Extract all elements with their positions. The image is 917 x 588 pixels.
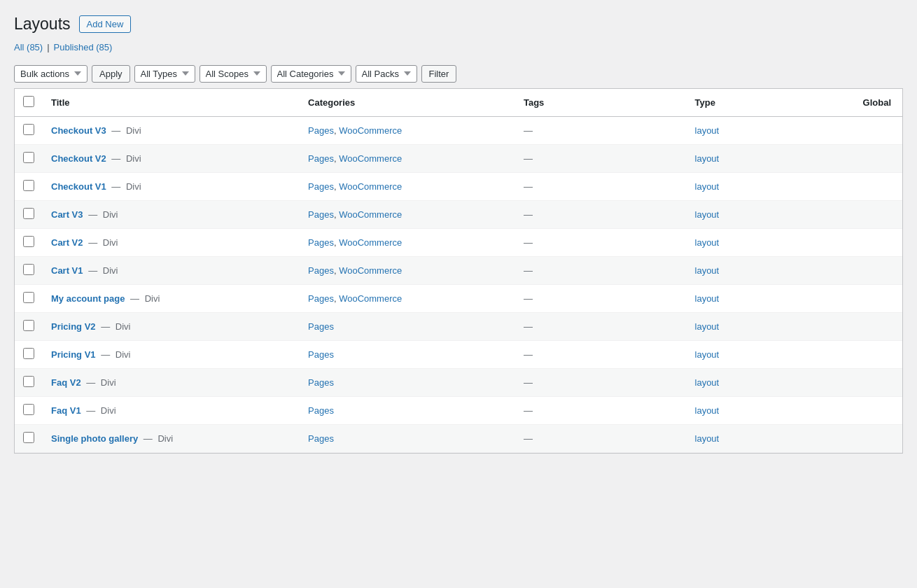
row-title-link[interactable]: My account page [51, 293, 125, 304]
all-categories-select[interactable]: All Categories [271, 65, 351, 83]
category-link[interactable]: WooCommerce [339, 209, 402, 220]
bulk-actions-select[interactable]: Bulk actions Delete Edit [14, 65, 88, 83]
tags-empty: — [524, 377, 533, 388]
row-checkbox-cell [15, 424, 43, 452]
type-link[interactable]: layout [695, 209, 720, 220]
row-checkbox[interactable] [23, 320, 34, 331]
all-types-select[interactable]: All Types [134, 65, 195, 83]
row-title-link[interactable]: Single photo gallery [51, 433, 138, 444]
all-packs-select[interactable]: All Packs [356, 65, 417, 83]
row-type-cell: layout [687, 396, 790, 424]
row-checkbox[interactable] [23, 404, 34, 415]
type-link[interactable]: layout [695, 405, 720, 416]
category-link[interactable]: WooCommerce [339, 125, 402, 136]
all-scopes-select[interactable]: All Scopes [200, 65, 267, 83]
table-row: Pricing V2 — DiviPages—layout [15, 312, 902, 340]
row-tags-cell: — [515, 396, 687, 424]
row-title-cell: My account page — Divi [43, 284, 300, 312]
category-link[interactable]: Pages [308, 433, 334, 444]
row-title-link[interactable]: Faq V2 [51, 377, 81, 388]
category-link[interactable]: Pages [308, 153, 334, 164]
tags-empty: — [524, 293, 533, 304]
category-link[interactable]: Pages [308, 181, 334, 192]
row-categories-cell: Pages [300, 368, 515, 396]
row-tags-cell: — [515, 424, 687, 452]
row-title-link[interactable]: Checkout V2 [51, 153, 106, 164]
row-checkbox[interactable] [23, 376, 34, 387]
category-link[interactable]: Pages [308, 321, 334, 332]
filter-published[interactable]: Published (85) [54, 42, 113, 52]
table-row: Cart V1 — DiviPages, WooCommerce—layout [15, 256, 902, 284]
table-row: Faq V1 — DiviPages—layout [15, 396, 902, 424]
filter-all[interactable]: All (85) [14, 42, 43, 52]
type-link[interactable]: layout [695, 153, 720, 164]
category-link[interactable]: Pages [308, 237, 334, 248]
category-link[interactable]: Pages [308, 125, 334, 136]
add-new-button[interactable]: Add New [79, 15, 132, 33]
type-link[interactable]: layout [695, 265, 720, 276]
row-title-link[interactable]: Checkout V3 [51, 125, 106, 136]
type-link[interactable]: layout [695, 349, 720, 360]
row-type-cell: layout [687, 116, 790, 144]
category-link[interactable]: Pages [308, 349, 334, 360]
row-checkbox[interactable] [23, 292, 34, 303]
category-link[interactable]: WooCommerce [339, 265, 402, 276]
table-row: Checkout V1 — DiviPages, WooCommerce—lay… [15, 172, 902, 200]
type-link[interactable]: layout [695, 433, 720, 444]
filter-separator: | [47, 42, 49, 52]
row-global-cell [790, 228, 902, 256]
category-link[interactable]: WooCommerce [339, 293, 402, 304]
category-link[interactable]: Pages [308, 293, 334, 304]
category-link[interactable]: Pages [308, 209, 334, 220]
col-type-header: Type [687, 89, 790, 117]
row-type-cell: layout [687, 172, 790, 200]
row-checkbox[interactable] [23, 208, 34, 219]
category-link[interactable]: Pages [308, 377, 334, 388]
category-link[interactable]: Pages [308, 405, 334, 416]
row-checkbox-cell [15, 256, 43, 284]
row-checkbox[interactable] [23, 348, 34, 359]
category-link[interactable]: Pages [308, 265, 334, 276]
filter-links: All (85) | Published (85) [14, 42, 903, 52]
row-checkbox-cell [15, 200, 43, 228]
row-checkbox[interactable] [23, 180, 34, 191]
row-title-link[interactable]: Faq V1 [51, 405, 81, 416]
row-title-cell: Checkout V3 — Divi [43, 116, 300, 144]
filter-button[interactable]: Filter [421, 65, 457, 83]
category-link[interactable]: WooCommerce [339, 181, 402, 192]
category-link[interactable]: WooCommerce [339, 153, 402, 164]
row-title-link[interactable]: Pricing V1 [51, 349, 96, 360]
row-global-cell [790, 284, 902, 312]
row-title-link[interactable]: Cart V3 [51, 209, 83, 220]
title-separator: — [109, 153, 123, 164]
type-link[interactable]: layout [695, 293, 720, 304]
tags-empty: — [524, 321, 533, 332]
row-title-cell: Checkout V2 — Divi [43, 144, 300, 172]
type-link[interactable]: layout [695, 181, 720, 192]
row-title-link[interactable]: Cart V2 [51, 237, 83, 248]
row-checkbox[interactable] [23, 432, 34, 443]
title-separator: — [84, 377, 98, 388]
title-separator: — [86, 265, 100, 276]
type-link[interactable]: layout [695, 125, 720, 136]
apply-button[interactable]: Apply [92, 65, 130, 83]
tags-empty: — [524, 209, 533, 220]
title-separator: — [141, 433, 155, 444]
row-checkbox[interactable] [23, 236, 34, 247]
row-global-cell [790, 368, 902, 396]
type-link[interactable]: layout [695, 377, 720, 388]
row-checkbox[interactable] [23, 124, 34, 135]
row-title-link[interactable]: Pricing V2 [51, 321, 96, 332]
select-all-checkbox[interactable] [23, 96, 34, 107]
type-link[interactable]: layout [695, 321, 720, 332]
type-link[interactable]: layout [695, 237, 720, 248]
row-categories-cell: Pages, WooCommerce [300, 172, 515, 200]
row-checkbox[interactable] [23, 264, 34, 275]
category-link[interactable]: WooCommerce [339, 237, 402, 248]
row-categories-cell: Pages, WooCommerce [300, 284, 515, 312]
row-title-link[interactable]: Cart V1 [51, 265, 83, 276]
row-checkbox[interactable] [23, 152, 34, 163]
row-categories-cell: Pages [300, 396, 515, 424]
title-secondary: Divi [101, 377, 116, 388]
row-title-link[interactable]: Checkout V1 [51, 181, 106, 192]
